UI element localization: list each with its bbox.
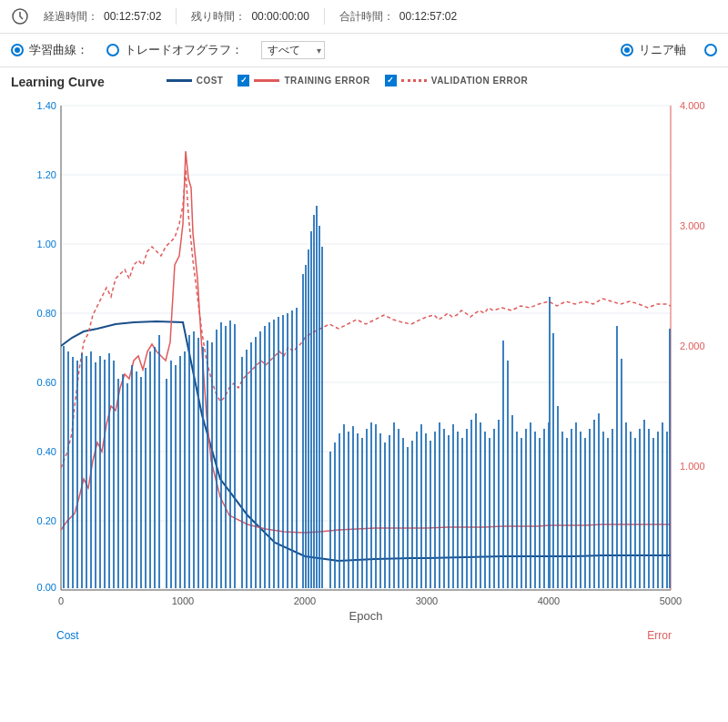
svg-rect-64 [229,320,231,590]
svg-rect-97 [375,424,377,590]
svg-rect-87 [329,452,331,590]
elapsed-value: 00:12:57:02 [104,10,161,23]
svg-rect-29 [67,351,69,590]
svg-text:4000: 4000 [538,595,560,606]
svg-rect-96 [370,422,372,590]
svg-rect-130 [525,429,527,590]
svg-rect-45 [140,377,142,590]
svg-rect-152 [621,359,622,590]
svg-rect-92 [352,426,354,590]
learning-curve-radio[interactable] [11,44,24,56]
controls-bar: 学習曲線： トレードオフグラフ： すべて リニア軸 [0,34,728,67]
svg-rect-93 [357,433,359,590]
learning-curve-radio-group[interactable]: 学習曲線： [11,42,88,58]
svg-text:5000: 5000 [660,595,682,606]
svg-rect-70 [259,331,261,590]
svg-rect-65 [234,324,236,590]
svg-rect-118 [470,420,472,590]
svg-rect-46 [145,368,147,590]
svg-rect-160 [657,432,659,590]
linear-axis-radio[interactable] [621,44,633,56]
svg-rect-119 [475,413,477,590]
svg-rect-60 [211,342,213,590]
svg-rect-68 [250,342,252,590]
svg-rect-74 [278,317,279,590]
total-time-group: 合計時間： 00:12:57:02 [339,9,457,25]
svg-rect-91 [348,432,349,590]
svg-text:3000: 3000 [416,595,438,606]
svg-text:2000: 2000 [294,595,316,606]
y-left-axis: 1.40 1.20 1.00 0.80 0.60 0.40 0.20 0.00 [37,100,56,593]
svg-rect-111 [439,422,440,590]
svg-rect-33 [86,356,87,590]
clock-icon [11,7,29,25]
tradeoff-radio-group[interactable]: トレードオフグラフ： [106,42,243,58]
svg-rect-28 [63,346,65,590]
svg-text:2.000: 2.000 [680,341,705,351]
svg-rect-131 [530,422,531,590]
axis-footer: Cost Error [56,627,672,644]
validation-error-dotted [61,169,671,468]
svg-rect-134 [543,429,545,590]
svg-rect-105 [411,441,413,590]
svg-text:0.60: 0.60 [37,377,56,388]
svg-rect-123 [493,429,495,590]
svg-rect-158 [648,429,650,590]
svg-rect-151 [616,326,618,590]
svg-rect-39 [113,361,115,590]
legend-training: TRAINING ERROR [238,75,369,86]
svg-rect-163 [669,329,671,590]
remaining-time-group: 残り時間： 00:00:00:00 [191,9,308,25]
svg-rect-108 [425,433,427,590]
svg-text:0.40: 0.40 [37,446,56,457]
svg-rect-77 [291,310,293,590]
svg-rect-85 [318,226,320,590]
chart-title: Learning Curve [11,75,105,89]
y-right-axis: 4.000 3.000 2.000 1.000 [680,100,705,472]
svg-rect-32 [81,353,83,590]
svg-rect-156 [639,429,641,590]
training-line-icon [254,79,279,82]
svg-rect-66 [241,357,243,590]
extra-radio[interactable] [704,44,717,56]
svg-rect-110 [434,432,436,590]
svg-rect-153 [625,422,627,590]
svg-rect-148 [602,432,604,590]
svg-rect-88 [334,442,336,590]
svg-rect-43 [131,365,133,590]
linear-axis-label: リニア軸 [639,42,686,58]
svg-rect-154 [630,432,632,590]
svg-rect-48 [154,347,156,590]
svg-rect-145 [589,429,591,590]
validation-checkbox[interactable] [385,75,397,86]
elapsed-time-group: 経過時間： 00:12:57:02 [44,9,161,25]
svg-rect-78 [296,308,298,590]
svg-rect-150 [612,429,613,590]
svg-rect-79 [302,274,304,590]
svg-rect-69 [255,337,257,590]
tradeoff-select-wrapper[interactable]: すべて [261,41,325,59]
svg-rect-63 [225,326,227,590]
svg-text:0: 0 [58,595,64,606]
svg-rect-52 [175,365,177,590]
svg-rect-50 [166,379,167,590]
svg-rect-157 [643,420,645,590]
x-axis-labels: 0 1000 2000 3000 4000 5000 [58,595,682,606]
svg-rect-83 [313,215,315,590]
svg-text:0.20: 0.20 [37,515,56,526]
tradeoff-select[interactable]: すべて [261,41,325,59]
svg-text:1.000: 1.000 [680,461,705,472]
svg-text:1000: 1000 [172,595,194,606]
tradeoff-radio[interactable] [106,44,119,56]
svg-rect-42 [126,383,128,590]
svg-rect-104 [407,447,409,590]
elapsed-label: 経過時間： [44,9,98,25]
linear-axis-radio-group[interactable]: リニア軸 [621,42,686,58]
svg-rect-143 [580,432,581,590]
svg-rect-102 [398,429,399,590]
svg-rect-161 [662,422,663,590]
svg-rect-159 [652,438,654,590]
svg-rect-115 [457,432,459,590]
training-checkbox[interactable] [238,75,249,86]
remaining-value: 00:00:00:00 [251,10,308,23]
